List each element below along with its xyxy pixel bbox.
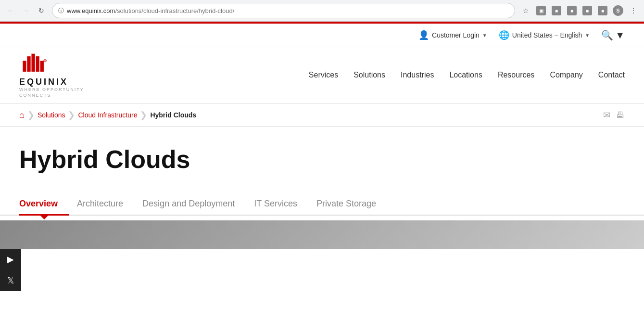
- address-bar[interactable]: ⓘ www.equinix.com/solutions/cloud-infras…: [52, 3, 515, 18]
- svg-rect-4: [40, 61, 44, 72]
- active-indicator: [39, 215, 49, 219]
- main-navigation: Services Solutions Industries Locations …: [309, 71, 625, 79]
- ext3-icon: ■: [582, 6, 592, 15]
- ext3-button[interactable]: ■: [581, 4, 594, 17]
- breadcrumb-arrow-2: ❯: [68, 110, 75, 120]
- twitter-button[interactable]: 𝕏: [0, 270, 21, 291]
- breadcrumb-current-item: Hybrid Clouds: [150, 111, 196, 119]
- breadcrumb-left: ⌂ ❯ Solutions ❯ Cloud Infrastructure ❯ H…: [19, 110, 196, 120]
- url-display: www.equinix.com/solutions/cloud-infrastr…: [67, 7, 509, 14]
- browser-nav-buttons: ← → ↻: [4, 4, 48, 17]
- subnav-architecture[interactable]: Architecture: [77, 193, 135, 215]
- breadcrumb-current-label: Hybrid Clouds: [150, 111, 196, 119]
- ext2-button[interactable]: ■: [565, 4, 579, 17]
- forward-button[interactable]: →: [19, 4, 33, 17]
- subnav-design-deployment[interactable]: Design and Deployment: [142, 193, 246, 215]
- subnav-it-services[interactable]: IT Services: [254, 193, 309, 215]
- equinix-logo-svg: R: [19, 52, 48, 76]
- back-button[interactable]: ←: [4, 4, 17, 17]
- breadcrumb-solutions-item: Solutions: [38, 111, 65, 119]
- home-icon[interactable]: ⌂: [19, 110, 25, 120]
- search-button[interactable]: 🔍 ▼: [601, 29, 625, 41]
- language-dropdown-icon: ▼: [585, 33, 590, 38]
- breadcrumb-arrow-1: ❯: [27, 110, 35, 120]
- profile-button[interactable]: S: [611, 4, 625, 17]
- nav-solutions[interactable]: Solutions: [354, 71, 385, 79]
- nav-company[interactable]: Company: [550, 71, 582, 79]
- website-content: 👤 Customer Login ▼ 🌐 United States – Eng…: [0, 24, 644, 249]
- globe-icon: 🌐: [499, 30, 509, 40]
- customer-login-dropdown-icon: ▼: [482, 33, 487, 38]
- ext1-button[interactable]: ■: [550, 4, 563, 17]
- nav-contact[interactable]: Contact: [598, 71, 625, 79]
- subnav-private-storage[interactable]: Private Storage: [316, 193, 388, 215]
- sub-navigation: Overview Architecture Design and Deploym…: [0, 193, 644, 216]
- twitter-icon: 𝕏: [7, 275, 14, 286]
- extension-puzzle-icon: ▣: [536, 6, 546, 15]
- nav-industries[interactable]: Industries: [401, 71, 434, 79]
- bottom-image-strip: [0, 220, 644, 249]
- subnav-overview[interactable]: Overview: [19, 193, 69, 215]
- browser-actions: ☆ ▣ ■ ■ ■ ■ S ⋮: [519, 4, 640, 17]
- search-dropdown-icon: ▼: [615, 30, 625, 41]
- breadcrumb-cloud-item: Cloud Infrastructure: [78, 111, 137, 119]
- rss-button[interactable]: ▶: [0, 249, 21, 270]
- svg-rect-1: [27, 56, 30, 72]
- language-selector[interactable]: 🌐 United States – English ▼: [499, 30, 590, 40]
- browser-toolbar: ← → ↻ ⓘ www.equinix.com/solutions/cloud-…: [0, 0, 644, 21]
- browser-chrome: ← → ↻ ⓘ www.equinix.com/solutions/cloud-…: [0, 0, 644, 22]
- nav-services[interactable]: Services: [309, 71, 338, 79]
- ext4-button[interactable]: ■: [596, 4, 609, 17]
- profile-avatar-icon: S: [613, 5, 623, 16]
- nav-locations[interactable]: Locations: [449, 71, 482, 79]
- logo-section[interactable]: R EQUINIX WHERE OPPORTUNITY CONNECTS: [19, 52, 84, 98]
- email-icon[interactable]: ✉: [603, 110, 610, 120]
- logo-tagline: WHERE OPPORTUNITY CONNECTS: [19, 87, 84, 98]
- svg-rect-2: [31, 54, 35, 72]
- ext4-icon: ■: [598, 6, 607, 15]
- logo-text: EQUINIX: [19, 77, 68, 87]
- main-header: R EQUINIX WHERE OPPORTUNITY CONNECTS Ser…: [0, 47, 644, 104]
- breadcrumb-cloud-link[interactable]: Cloud Infrastructure: [78, 111, 137, 119]
- breadcrumb-actions: ✉ 🖶: [603, 110, 625, 120]
- menu-button[interactable]: ⋮: [627, 4, 640, 17]
- customer-login-label: Customer Login: [432, 31, 480, 39]
- svg-rect-0: [23, 61, 26, 72]
- social-sidebar: ▶ 𝕏: [0, 249, 21, 291]
- user-icon: 👤: [418, 30, 429, 40]
- ext1-icon: ■: [552, 6, 561, 15]
- print-icon[interactable]: 🖶: [616, 110, 625, 120]
- secure-icon: ⓘ: [58, 7, 64, 15]
- breadcrumb-solutions-link[interactable]: Solutions: [38, 111, 65, 119]
- breadcrumb-home-item: ⌂: [19, 110, 25, 120]
- language-label: United States – English: [512, 31, 582, 39]
- nav-resources[interactable]: Resources: [498, 71, 534, 79]
- refresh-button[interactable]: ↻: [35, 4, 48, 17]
- breadcrumb-arrow-3: ❯: [140, 110, 147, 120]
- page-title: Hybrid Clouds: [19, 146, 625, 173]
- page-title-area: Hybrid Clouds: [0, 127, 644, 183]
- rss-icon: ▶: [7, 254, 14, 265]
- bookmark-star-button[interactable]: ☆: [519, 4, 532, 17]
- utility-bar: 👤 Customer Login ▼ 🌐 United States – Eng…: [0, 24, 644, 47]
- customer-login-button[interactable]: 👤 Customer Login ▼: [418, 30, 487, 40]
- breadcrumb-bar: ⌂ ❯ Solutions ❯ Cloud Infrastructure ❯ H…: [0, 104, 644, 127]
- extensions-button[interactable]: ▣: [534, 4, 548, 17]
- svg-text:R: R: [44, 60, 46, 62]
- svg-rect-3: [36, 56, 39, 72]
- ext2-icon: ■: [567, 6, 577, 15]
- search-icon: 🔍: [601, 29, 613, 41]
